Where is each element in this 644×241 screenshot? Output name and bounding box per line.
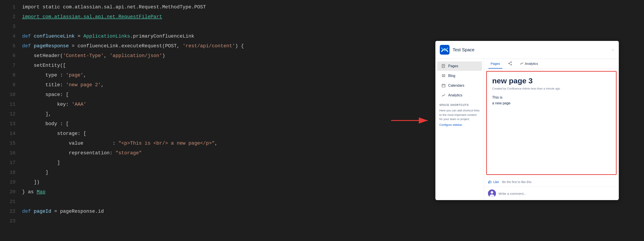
- code-content: ],: [22, 112, 51, 117]
- svg-point-13: [511, 62, 512, 62]
- reaction-text: Be the first to like this: [502, 180, 532, 184]
- svg-line-17: [510, 64, 511, 64]
- confluence-main: Pages Analytics new page 3 Created by Co…: [484, 59, 619, 200]
- line-number: 12: [4, 112, 16, 117]
- line-number: 10: [4, 92, 16, 98]
- tab-analytics-label: Analytics: [525, 62, 538, 66]
- code-line: 13 body : [: [0, 121, 387, 131]
- code-line: 21: [0, 199, 387, 209]
- code-line: 3: [0, 24, 387, 34]
- sidebar-item-analytics[interactable]: Analytics: [437, 91, 482, 100]
- code-content: title: 'new page 2',: [22, 82, 104, 88]
- confluence-panel: Test Space ☆ Pages Blog Calen: [435, 41, 619, 200]
- avatar: [488, 190, 496, 198]
- sidebar-blog-label: Blog: [448, 74, 455, 78]
- code-line: 11 key: 'AAA': [0, 102, 387, 112]
- sidebar-shortcuts: SPACE SHORTCUTS Here you can add shortcu…: [435, 100, 484, 128]
- comment-input[interactable]: Write a comment...: [498, 192, 615, 196]
- code-content: import com.atlassian.sal.api.net.Request…: [22, 14, 162, 20]
- like-icon: [488, 180, 492, 184]
- code-content: ]: [22, 160, 60, 166]
- code-line: 23: [0, 218, 387, 228]
- code-line: 18 ]: [0, 170, 387, 180]
- sidebar-item-pages[interactable]: Pages: [437, 62, 482, 71]
- svg-rect-18: [489, 182, 489, 183]
- arrow-icon: [391, 115, 431, 126]
- code-content: ]: [22, 170, 48, 175]
- line-number: 17: [4, 160, 16, 166]
- confluence-logo: [440, 45, 450, 54]
- code-content: space: [: [22, 92, 69, 98]
- shortcuts-text: Here you can add shortcut links to the m…: [439, 108, 480, 122]
- line-number: 14: [4, 131, 16, 136]
- line-number: 4: [4, 34, 16, 39]
- svg-rect-9: [442, 84, 445, 87]
- page-body-text: This isa new page: [492, 96, 510, 105]
- line-number: 5: [4, 43, 16, 49]
- like-button[interactable]: Like: [488, 180, 499, 184]
- code-line: 10 space: [: [0, 92, 387, 102]
- confluence-sidebar: Pages Blog Calendars Analytics: [435, 59, 484, 200]
- page-meta: Created by Confluence Admin less than a …: [492, 87, 611, 90]
- code-content: representation: "storage": [22, 150, 142, 156]
- sidebar-item-blog[interactable]: Blog: [437, 71, 482, 80]
- code-line: 15 value : "<p>This is <br/> a new page<…: [0, 140, 387, 150]
- code-content: body : [: [22, 121, 69, 127]
- tab-pages-label: Pages: [490, 62, 500, 66]
- tab-analytics[interactable]: Analytics: [518, 59, 540, 68]
- pages-icon: [441, 64, 446, 68]
- confluence-body: Pages Blog Calendars Analytics: [435, 59, 619, 200]
- code-content: ]): [22, 180, 40, 185]
- code-line: 4def confluenceLink = ApplicationLinks.p…: [0, 34, 387, 43]
- code-content: def confluenceLink = ApplicationLinks.pr…: [22, 34, 194, 39]
- svg-line-16: [510, 62, 511, 63]
- line-number: 13: [4, 121, 16, 127]
- line-number: 9: [4, 82, 16, 88]
- code-line: 5def pageResponse = confluenceLink.execu…: [0, 43, 387, 53]
- line-number: 16: [4, 150, 16, 156]
- star-icon[interactable]: ☆: [612, 47, 614, 53]
- code-line: 1import static com.atlassian.sal.api.net…: [0, 4, 387, 14]
- avatar-icon: [488, 190, 496, 198]
- svg-point-15: [508, 63, 510, 64]
- code-content: value : "<p>This is <br/> a new page</p>…: [22, 140, 218, 146]
- sidebar-analytics-label: Analytics: [448, 93, 462, 97]
- code-line: 2import com.atlassian.sal.api.net.Reques…: [0, 14, 387, 24]
- blog-icon: [441, 74, 446, 78]
- code-content: def pageId = pageResponse.id: [22, 209, 104, 214]
- space-name: Test Space: [452, 47, 612, 52]
- tab-share[interactable]: [506, 59, 514, 68]
- like-label: Like: [493, 180, 499, 184]
- code-line: 17 ]: [0, 160, 387, 170]
- line-number: 21: [4, 199, 16, 204]
- comment-area: Write a comment...: [484, 186, 619, 200]
- tab-pages[interactable]: Pages: [488, 59, 502, 68]
- line-number: 22: [4, 209, 16, 214]
- code-content: key: 'AAA': [22, 102, 86, 107]
- line-number: 2: [4, 14, 16, 20]
- analytics-icon: [441, 93, 446, 98]
- page-body: This isa new page: [492, 95, 611, 106]
- sidebar-calendars-label: Calendars: [448, 84, 464, 88]
- shortcuts-title: SPACE SHORTCUTS: [439, 104, 480, 106]
- code-content: setHeader('Content-Type', 'application/j…: [22, 53, 165, 58]
- code-content: storage: [: [22, 131, 86, 136]
- line-number: 3: [4, 24, 16, 30]
- svg-point-14: [511, 64, 512, 65]
- analytics-tab-icon: [520, 62, 524, 65]
- code-line: 9 title: 'new page 2',: [0, 82, 387, 92]
- line-number: 23: [4, 218, 16, 224]
- code-line: 12 ],: [0, 112, 387, 121]
- calendar-icon: [441, 83, 446, 88]
- code-content: import static com.atlassian.sal.api.net.…: [22, 4, 206, 10]
- page-title: new page 3: [492, 76, 611, 85]
- svg-point-20: [490, 191, 493, 194]
- code-line: 8 type : 'page',: [0, 72, 387, 82]
- code-line: 16 representation: "storage": [0, 150, 387, 160]
- code-content: type : 'page',: [22, 72, 86, 78]
- sidebar-item-calendars[interactable]: Calendars: [437, 81, 482, 90]
- line-number: 11: [4, 102, 16, 107]
- line-number: 7: [4, 63, 16, 68]
- configure-sidebar-link[interactable]: Configure sidebar.: [439, 123, 463, 126]
- reactions-bar: Like Be the first to like this: [484, 177, 619, 186]
